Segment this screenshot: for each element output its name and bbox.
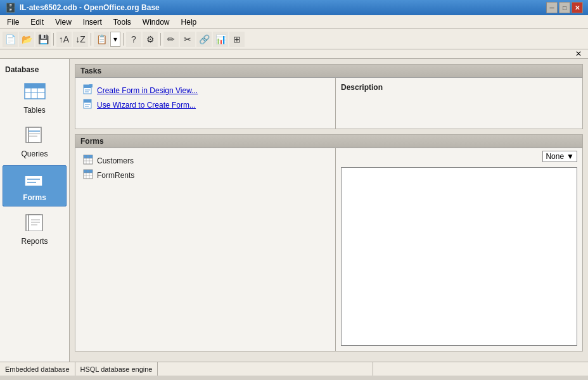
- window-title: IL-ates6502.odb - OpenOffice.org Base: [20, 3, 160, 12]
- sidebar-header: Database: [3, 64, 67, 75]
- status-segment-3: [158, 362, 373, 376]
- description-label: Description: [341, 83, 383, 92]
- menu-edit[interactable]: Edit: [26, 16, 48, 28]
- reports-icon: [23, 213, 46, 236]
- svg-rect-7: [29, 127, 41, 142]
- svg-rect-1: [25, 84, 45, 88]
- title-bar: 🗄️ IL-ates6502.odb - OpenOffice.org Base…: [0, 0, 588, 15]
- main-area: Database Tables: [0, 59, 588, 362]
- edit-btn4[interactable]: 📊: [213, 32, 228, 47]
- preview-box: [341, 167, 577, 346]
- tasks-header: Tasks: [75, 65, 582, 78]
- forms-section: Forms: [75, 134, 583, 352]
- sub-close-button[interactable]: ✕: [572, 49, 585, 58]
- sidebar-label-queries: Queries: [21, 149, 48, 158]
- sub-close-row: ✕: [0, 49, 588, 59]
- menu-file[interactable]: File: [3, 16, 23, 28]
- create-form-design-icon: [83, 84, 93, 96]
- customers-label: Customers: [97, 156, 134, 165]
- create-form-wizard-label: Use Wizard to Create Form...: [97, 101, 196, 110]
- tasks-section: Tasks Create Form in: [75, 64, 583, 129]
- window-controls[interactable]: ─ □ ✕: [546, 2, 583, 13]
- sidebar: Database Tables: [0, 59, 70, 362]
- content-area: Tasks Create Form in: [70, 59, 588, 362]
- save-button[interactable]: 💾: [35, 32, 51, 47]
- copy-button[interactable]: 📋: [94, 32, 109, 47]
- status-segment-2: HSQL database engine: [75, 362, 158, 376]
- sort-asc-button[interactable]: ↑A: [56, 32, 72, 47]
- toolbar-separator-4: [160, 33, 161, 46]
- svg-rect-37: [84, 170, 93, 173]
- forms-header: Forms: [75, 135, 582, 148]
- preview-dropdown-arrow: ▼: [566, 152, 574, 161]
- status-segment-4: [373, 362, 588, 376]
- svg-rect-31: [84, 155, 93, 158]
- edit-btn3[interactable]: 🔗: [196, 32, 212, 47]
- toolbar-separator-3: [123, 33, 124, 46]
- sidebar-item-tables[interactable]: Tables: [3, 78, 67, 119]
- form-customers[interactable]: Customers: [80, 153, 330, 168]
- sidebar-item-reports[interactable]: Reports: [3, 209, 67, 250]
- tasks-right: Description: [335, 78, 582, 129]
- formrents-label: FormRents: [97, 171, 134, 180]
- toolbar: 📄 📂 💾 ↑A ↓Z 📋 ▾ ? ⚙ ✏ ✂ 🔗 📊 ⊞: [0, 29, 588, 49]
- extra-button[interactable]: ⚙: [143, 32, 158, 47]
- sidebar-label-tables: Tables: [23, 106, 46, 115]
- create-form-wizard-icon: [83, 99, 93, 111]
- forms-right-panel: None ▼: [335, 148, 582, 351]
- sort-desc-button[interactable]: ↓Z: [73, 32, 88, 47]
- svg-rect-15: [39, 170, 45, 175]
- menu-view[interactable]: View: [51, 16, 76, 28]
- queries-icon: [23, 126, 46, 148]
- menu-help[interactable]: Help: [177, 16, 201, 28]
- menu-tools[interactable]: Tools: [109, 16, 136, 28]
- none-dropdown-row: None ▼: [336, 148, 582, 165]
- maximize-button[interactable]: □: [559, 2, 570, 13]
- status-segment-1: Embedded database: [0, 362, 75, 376]
- open-button[interactable]: 📂: [19, 32, 34, 47]
- tasks-body: Create Form in Design View... Use Wizard…: [75, 78, 582, 129]
- create-form-design-task[interactable]: Create Form in Design View...: [80, 83, 330, 98]
- help-button[interactable]: ?: [126, 32, 141, 47]
- tables-icon: [23, 82, 46, 104]
- create-form-design-label: Create Form in Design View...: [97, 86, 198, 95]
- forms-list: Customers: [75, 148, 335, 351]
- expand-button[interactable]: ⊞: [229, 32, 245, 47]
- toolbar-separator-1: [53, 33, 54, 46]
- toolbar-separator-2: [91, 33, 91, 46]
- sidebar-label-forms: Forms: [23, 193, 46, 202]
- forms-icon: [23, 170, 46, 192]
- customers-icon: [83, 155, 93, 167]
- menu-window[interactable]: Window: [138, 16, 174, 28]
- edit-btn1[interactable]: ✏: [163, 32, 179, 47]
- create-form-wizard-task[interactable]: Use Wizard to Create Form...: [80, 98, 330, 112]
- preview-dropdown-value: None: [546, 152, 564, 161]
- svg-rect-17: [29, 215, 42, 231]
- app-icon: 🗄️: [5, 3, 16, 13]
- close-button[interactable]: ✕: [572, 2, 583, 13]
- preview-dropdown[interactable]: None ▼: [542, 151, 577, 162]
- sidebar-item-queries[interactable]: Queries: [3, 122, 67, 163]
- formrents-icon: [83, 169, 93, 181]
- sidebar-item-forms[interactable]: Forms: [3, 165, 67, 206]
- forms-content: Customers: [75, 148, 582, 351]
- menu-insert[interactable]: Insert: [79, 16, 106, 28]
- minimize-button[interactable]: ─: [546, 2, 558, 13]
- svg-rect-25: [89, 84, 93, 87]
- sidebar-label-reports: Reports: [21, 237, 48, 246]
- svg-rect-27: [84, 99, 91, 103]
- status-bar: Embedded database HSQL database engine: [0, 362, 588, 376]
- toolbar-dropdown[interactable]: ▾: [110, 32, 120, 47]
- tasks-left: Create Form in Design View... Use Wizard…: [75, 78, 335, 129]
- edit-btn2[interactable]: ✂: [180, 32, 195, 47]
- new-button[interactable]: 📄: [3, 32, 18, 47]
- menu-bar: File Edit View Insert Tools Window Help: [0, 15, 588, 29]
- form-formrents[interactable]: FormRents: [80, 168, 330, 182]
